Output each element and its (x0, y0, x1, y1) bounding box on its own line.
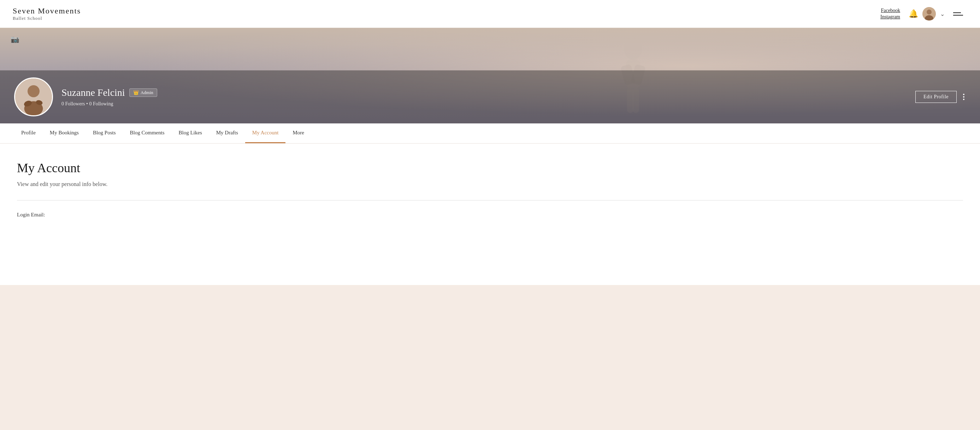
admin-badge: 👑 Admin (129, 88, 157, 97)
hamburger-line-top (953, 12, 961, 13)
hamburger-line-bottom (953, 15, 963, 16)
dot-1 (963, 94, 964, 95)
profile-nav: Profile My Bookings Blog Posts Blog Comm… (0, 123, 980, 144)
page-title: My Account (17, 161, 963, 176)
tab-more[interactable]: More (285, 123, 311, 143)
user-avatar-header[interactable] (923, 7, 936, 21)
tab-my-drafts[interactable]: My Drafts (209, 123, 245, 143)
social-links: Facebook Instagram (880, 8, 900, 20)
profile-right: Edit Profile (915, 91, 966, 103)
tab-my-bookings[interactable]: My Bookings (43, 123, 86, 143)
login-email-row: Login Email: (17, 212, 963, 218)
crown-icon: 👑 (133, 90, 139, 96)
svg-point-10 (27, 85, 40, 97)
instagram-link[interactable]: Instagram (880, 14, 900, 20)
cover-camera-icon[interactable]: 📷 (11, 35, 19, 43)
profile-more-options-button[interactable] (962, 92, 966, 101)
admin-label: Admin (141, 90, 153, 96)
tab-profile[interactable]: Profile (14, 123, 43, 143)
main-wrapper: 📷 Suzanne Felcini (0, 28, 980, 285)
profile-name-row: Suzanne Felcini 👑 Admin (62, 87, 157, 98)
profile-left: Suzanne Felcini 👑 Admin 0 Followers • 0 … (14, 77, 157, 116)
tab-my-account[interactable]: My Account (245, 123, 286, 143)
profile-stats: 0 Followers • 0 Following (62, 101, 157, 107)
notifications-bell-icon[interactable]: 🔔 (908, 9, 918, 18)
tab-blog-comments[interactable]: Blog Comments (123, 123, 172, 143)
site-header: Seven Movements Ballet School Facebook I… (0, 0, 980, 28)
profile-cover: 📷 Suzanne Felcini (0, 28, 980, 123)
facebook-link[interactable]: Facebook (881, 8, 900, 13)
user-area: 🔔 ⌄ (908, 7, 963, 21)
profile-name: Suzanne Felcini (62, 87, 125, 98)
user-menu-chevron-icon[interactable]: ⌄ (940, 11, 945, 17)
header-right: Facebook Instagram 🔔 ⌄ (880, 7, 963, 21)
profile-info-bar: Suzanne Felcini 👑 Admin 0 Followers • 0 … (0, 70, 980, 123)
followers-count: 0 Followers (62, 101, 85, 106)
edit-profile-button[interactable]: Edit Profile (915, 91, 957, 103)
site-logo: Seven Movements Ballet School (13, 6, 81, 21)
site-subtitle: Ballet School (13, 16, 81, 21)
page-subtitle: View and edit your personal info below. (17, 181, 963, 187)
content-area: My Account View and edit your personal i… (0, 144, 980, 285)
following-count: 0 Following (89, 101, 113, 106)
dot-2 (963, 96, 964, 98)
site-title: Seven Movements (13, 6, 81, 16)
svg-point-3 (624, 38, 642, 60)
login-email-label: Login Email: (17, 212, 45, 218)
tab-blog-likes[interactable]: Blog Likes (171, 123, 209, 143)
tab-blog-posts[interactable]: Blog Posts (86, 123, 123, 143)
profile-name-area: Suzanne Felcini 👑 Admin 0 Followers • 0 … (62, 87, 157, 107)
svg-point-1 (927, 10, 932, 14)
dot-3 (963, 99, 964, 100)
profile-avatar[interactable] (14, 77, 53, 116)
hamburger-menu-icon[interactable] (953, 12, 963, 16)
stats-separator: • (86, 101, 88, 106)
